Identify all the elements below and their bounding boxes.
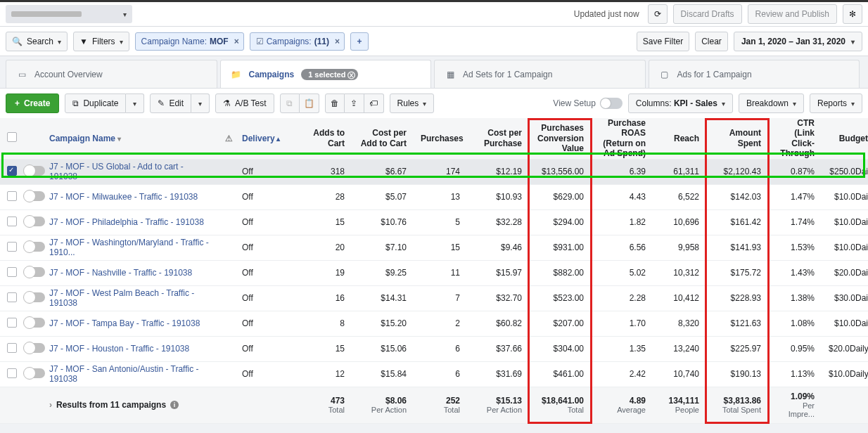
- col-header-name[interactable]: Campaign Name: [42, 118, 218, 159]
- breakdown-label: Breakdown: [746, 98, 789, 108]
- cell-budget: $20.0Dai: [822, 260, 868, 285]
- col-header-cpp[interactable]: Cost per Purchase: [467, 118, 529, 159]
- cell-cpp: $37.66: [467, 336, 529, 361]
- clear-filter-button[interactable]: Clear: [695, 32, 728, 51]
- row-checkbox[interactable]: [7, 343, 17, 353]
- tab-ads[interactable]: ▢ Ads for 1 Campaign: [649, 60, 860, 88]
- delete-button[interactable]: 🗑: [325, 93, 345, 113]
- row-toggle[interactable]: [24, 368, 45, 378]
- save-filter-button[interactable]: Save Filter: [637, 32, 689, 51]
- discard-drafts-button[interactable]: Discard Drafts: [673, 4, 742, 24]
- table-row[interactable]: J7 - MOF - US Global - Add to cart - 191…: [0, 159, 868, 184]
- col-header-adds[interactable]: Adds to Cart: [298, 118, 352, 159]
- duplicate-button[interactable]: ⧉ Duplicate: [65, 93, 126, 113]
- chevron-right-icon[interactable]: ›: [49, 400, 52, 410]
- row-toggle[interactable]: [24, 242, 45, 252]
- filter-chip-campaign-name[interactable]: Campaign Name: MOF ×: [135, 32, 244, 51]
- copy-button[interactable]: ⧉: [280, 93, 300, 113]
- ab-label: A/B Test: [235, 98, 266, 108]
- export-button[interactable]: ⇪: [345, 93, 364, 113]
- rules-button[interactable]: Rules: [390, 93, 435, 113]
- footer-label: Results from 11 campaigns: [56, 400, 166, 410]
- col-header-ctr[interactable]: CTR (Link Click-Through: [768, 118, 822, 159]
- columns-button[interactable]: Columns: KPI - Sales: [628, 93, 733, 113]
- row-checkbox[interactable]: [7, 191, 17, 201]
- view-setup-toggle[interactable]: View Setup: [553, 98, 623, 109]
- refresh-button[interactable]: ⟳: [648, 4, 668, 24]
- row-toggle[interactable]: [24, 318, 45, 328]
- row-toggle[interactable]: [24, 292, 45, 302]
- search-label: Search: [27, 37, 53, 46]
- cell-delivery: Off: [235, 159, 298, 184]
- breakdown-button[interactable]: Breakdown: [739, 93, 804, 113]
- date-range-button[interactable]: Jan 1, 2020 – Jan 31, 2020: [734, 32, 862, 51]
- row-checkbox[interactable]: [7, 368, 17, 378]
- tab-campaigns[interactable]: 📁 Campaigns 1 selected ⓧ: [220, 60, 432, 88]
- row-checkbox[interactable]: [7, 318, 17, 328]
- campaign-link[interactable]: J7 - MOF - Milwaukee - Traffic - 191038: [49, 192, 198, 202]
- campaign-link[interactable]: J7 - MOF - Houston - Traffic - 191038: [49, 344, 189, 354]
- campaign-link[interactable]: J7 - MOF - West Palm Beach - Traffic - 1…: [49, 288, 194, 308]
- col-header-purchases[interactable]: Purchases: [414, 118, 467, 159]
- col-header-cpa-cart[interactable]: Cost per Add to Cart: [352, 118, 414, 159]
- paste-button[interactable]: 📋: [300, 93, 319, 113]
- campaign-link[interactable]: J7 - MOF - Nashville - Traffic - 191038: [49, 268, 192, 278]
- campaign-link[interactable]: J7 - MOF - Washington/Maryland - Traffic…: [49, 238, 209, 257]
- col-header-select[interactable]: [0, 118, 17, 159]
- search-button[interactable]: 🔍 Search: [6, 32, 68, 51]
- ab-test-button[interactable]: ⚗ A/B Test: [215, 93, 274, 113]
- col-header-pcv[interactable]: Purchases Conversion Value: [529, 118, 591, 159]
- settings-button[interactable]: ✻: [843, 4, 862, 24]
- chip-remove[interactable]: ×: [234, 37, 239, 46]
- account-selector[interactable]: [6, 5, 132, 23]
- clear-selection[interactable]: ⓧ: [347, 70, 355, 81]
- row-toggle[interactable]: [24, 191, 45, 201]
- campaign-link[interactable]: J7 - MOF - Tampa Bay - Traffic - 191038: [49, 318, 200, 328]
- campaign-link[interactable]: J7 - MOF - US Global - Add to cart - 191…: [49, 162, 184, 181]
- duplicate-dropdown[interactable]: [126, 93, 144, 113]
- cell-cpp: $15.97: [467, 260, 529, 285]
- col-header-reach[interactable]: Reach: [653, 118, 706, 159]
- cell-spent: $228.93: [706, 285, 768, 311]
- row-toggle[interactable]: [24, 166, 45, 176]
- row-toggle[interactable]: [24, 343, 45, 353]
- table-row[interactable]: J7 - MOF - Washington/Maryland - Traffic…: [0, 235, 868, 260]
- table-row[interactable]: J7 - MOF - Milwaukee - Traffic - 191038O…: [0, 184, 868, 209]
- chip-remove[interactable]: ×: [335, 37, 340, 46]
- col-header-budget[interactable]: Budget: [822, 118, 868, 159]
- cell-delivery: Off: [235, 311, 298, 336]
- row-toggle[interactable]: [24, 216, 45, 226]
- info-icon[interactable]: i: [170, 401, 179, 409]
- table-row[interactable]: J7 - MOF - Philadelphia - Traffic - 1910…: [0, 209, 868, 235]
- row-checkbox[interactable]: [7, 242, 17, 252]
- filter-chip-campaigns[interactable]: ☑ Campaigns: (11) ×: [250, 32, 345, 51]
- cell-reach: 8,320: [653, 311, 706, 336]
- cell-purchases: 6: [414, 361, 467, 387]
- col-header-roas[interactable]: Purchase ROAS (Return on Ad Spend): [591, 118, 653, 159]
- table-row[interactable]: J7 - MOF - Nashville - Traffic - 191038O…: [0, 260, 868, 285]
- tab-account-overview[interactable]: ▭ Account Overview: [6, 60, 217, 88]
- row-checkbox[interactable]: [7, 292, 17, 302]
- create-button[interactable]: + Create: [6, 93, 59, 113]
- col-header-spent[interactable]: Amount Spent: [706, 118, 768, 159]
- row-toggle[interactable]: [24, 267, 45, 277]
- row-checkbox[interactable]: [7, 267, 17, 277]
- row-checkbox[interactable]: [7, 216, 17, 226]
- add-filter-button[interactable]: +: [350, 32, 369, 51]
- cell-purchases: 174: [414, 159, 467, 184]
- table-row[interactable]: J7 - MOF - San Antonio/Austin - Traffic …: [0, 361, 868, 387]
- tag-button[interactable]: 🏷: [364, 93, 384, 113]
- table-row[interactable]: J7 - MOF - Tampa Bay - Traffic - 191038O…: [0, 311, 868, 336]
- campaign-link[interactable]: J7 - MOF - San Antonio/Austin - Traffic …: [49, 364, 199, 384]
- tab-adsets[interactable]: ▦ Ad Sets for 1 Campaign: [434, 60, 646, 88]
- table-row[interactable]: J7 - MOF - Houston - Traffic - 191038Off…: [0, 336, 868, 361]
- edit-dropdown[interactable]: [191, 93, 210, 113]
- col-header-delivery[interactable]: Delivery: [235, 118, 298, 159]
- reports-button[interactable]: Reports: [810, 93, 862, 113]
- filters-button[interactable]: ▼ Filters: [73, 32, 129, 51]
- table-row[interactable]: J7 - MOF - West Palm Beach - Traffic - 1…: [0, 285, 868, 311]
- edit-button[interactable]: ✎ Edit: [150, 93, 191, 113]
- campaign-link[interactable]: J7 - MOF - Philadelphia - Traffic - 1910…: [49, 217, 204, 227]
- row-checkbox[interactable]: [7, 166, 17, 176]
- review-publish-button[interactable]: Review and Publish: [748, 4, 837, 24]
